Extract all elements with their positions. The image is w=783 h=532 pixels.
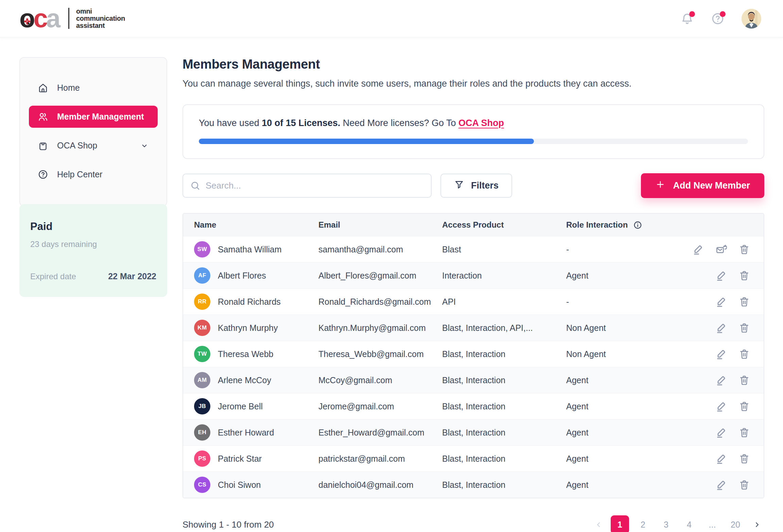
edit-button[interactable]	[715, 453, 727, 464]
delete-button[interactable]	[738, 244, 750, 255]
edit-icon	[692, 244, 704, 255]
edit-button[interactable]	[715, 427, 727, 438]
plan-status: Paid	[30, 220, 156, 233]
sidebar-item-member-management[interactable]: Member Management	[29, 106, 158, 128]
license-text-prefix: You have used	[199, 118, 262, 128]
role-info-button[interactable]	[633, 220, 642, 230]
edit-button[interactable]	[715, 374, 727, 386]
trash-icon	[738, 296, 750, 307]
row-actions	[676, 270, 750, 281]
member-access-product: Blast, Interaction	[442, 349, 566, 359]
search-input[interactable]	[182, 174, 432, 198]
notifications-button[interactable]	[680, 12, 694, 25]
delete-button[interactable]	[738, 427, 750, 438]
logo-tagline-line: communication	[76, 15, 125, 22]
row-actions	[676, 244, 750, 255]
page-20-button[interactable]: 20	[726, 515, 745, 532]
member-name: Patrick Star	[218, 454, 262, 464]
chevron-down-icon	[140, 141, 149, 150]
bell-icon	[680, 21, 694, 26]
license-text-middle: Need More licenses? Go To	[340, 118, 458, 128]
delete-button[interactable]	[738, 479, 750, 491]
delete-button[interactable]	[738, 322, 750, 334]
license-count: 10 of 15 Licenses.	[262, 118, 340, 128]
trash-icon	[738, 244, 750, 255]
page-3-button[interactable]: 3	[657, 515, 675, 532]
member-email: Ronald_Richards@gmail.com	[318, 297, 442, 307]
edit-button[interactable]	[715, 270, 727, 281]
trash-icon	[738, 453, 750, 464]
member-email: Albert_Flores@gmail.com	[318, 271, 442, 281]
member-role: Agent	[566, 402, 676, 411]
edit-icon	[715, 427, 727, 438]
member-role: Agent	[566, 271, 676, 281]
edit-button[interactable]	[715, 348, 727, 360]
member-role: Agent	[566, 375, 676, 385]
row-actions	[676, 427, 750, 438]
next-page-button[interactable]	[749, 517, 764, 532]
plan-expired-label: Expired date	[30, 272, 76, 281]
trash-icon	[738, 374, 750, 386]
help-button[interactable]	[711, 12, 725, 25]
logo-letter: a	[46, 7, 59, 30]
edit-button[interactable]	[692, 244, 704, 255]
member-access-product: Interaction	[442, 271, 566, 281]
member-role: -	[566, 245, 676, 254]
table-row: KMKathryn MurphyKathryn.Murphy@gmail.com…	[183, 315, 764, 341]
members-table: Name Email Access Product Role Interacti…	[182, 213, 764, 498]
plan-expiry-row: Expired date 22 Mar 2022	[30, 271, 156, 281]
page-subtitle: You can manage several things, such invi…	[182, 78, 764, 89]
page-1-button[interactable]: 1	[611, 515, 629, 532]
user-avatar[interactable]	[742, 9, 761, 29]
plan-days-remaining: 23 days remaining	[30, 240, 156, 249]
clover-icon	[23, 17, 32, 26]
member-avatar: AM	[194, 372, 210, 388]
page-4-button[interactable]: 4	[680, 515, 698, 532]
previous-page-button[interactable]	[591, 517, 606, 532]
member-access-product: Blast, Interaction	[442, 375, 566, 385]
help-icon	[38, 169, 48, 180]
oca-shop-link[interactable]: OCA Shop	[458, 118, 504, 128]
edit-icon	[715, 479, 727, 491]
sidebar-item-help-center[interactable]: Help Center	[29, 163, 158, 185]
question-icon	[711, 21, 725, 26]
info-icon	[633, 220, 642, 230]
delete-button[interactable]	[738, 401, 750, 412]
filters-button[interactable]: Filters	[440, 174, 512, 198]
delete-button[interactable]	[738, 270, 750, 281]
member-avatar: CS	[194, 477, 210, 493]
logo-tagline-line: omni	[76, 8, 125, 15]
edit-button[interactable]	[715, 322, 727, 334]
member-name-cell: AMArlene McCoy	[194, 372, 318, 388]
page-2-button[interactable]: 2	[634, 515, 652, 532]
member-name-cell: PSPatrick Star	[194, 450, 318, 467]
edit-button[interactable]	[715, 479, 727, 491]
member-avatar: KM	[194, 320, 210, 336]
help-badge	[720, 11, 726, 17]
sidebar-item-oca-shop[interactable]: OCA Shop	[29, 135, 158, 157]
table-header: Name Email Access Product Role Interacti…	[183, 214, 764, 236]
edit-button[interactable]	[715, 296, 727, 307]
sidebar-item-home[interactable]: Home	[29, 77, 158, 99]
add-new-member-button[interactable]: Add New Member	[641, 173, 764, 198]
plus-icon	[655, 179, 665, 190]
member-role: Agent	[566, 428, 676, 438]
row-actions	[676, 374, 750, 386]
delete-button[interactable]	[738, 453, 750, 464]
member-access-product: API	[442, 297, 566, 307]
member-avatar: RR	[194, 294, 210, 310]
resend-button[interactable]	[715, 244, 727, 255]
delete-button[interactable]	[738, 374, 750, 386]
delete-button[interactable]	[738, 348, 750, 360]
member-name-cell: JBJerome Bell	[194, 398, 318, 414]
table-row: PSPatrick Starpatrickstar@gmail.comBlast…	[183, 445, 764, 472]
member-avatar: EH	[194, 424, 210, 441]
brand-logo[interactable]: oca omni communication assistant	[19, 7, 125, 30]
delete-button[interactable]	[738, 296, 750, 307]
filter-icon	[454, 179, 464, 190]
member-avatar: TW	[194, 346, 210, 362]
row-actions	[676, 348, 750, 360]
table-row: EHEsther HowardEsther_Howard@gmail.comBl…	[183, 419, 764, 445]
edit-button[interactable]	[715, 401, 727, 412]
row-actions	[676, 401, 750, 412]
